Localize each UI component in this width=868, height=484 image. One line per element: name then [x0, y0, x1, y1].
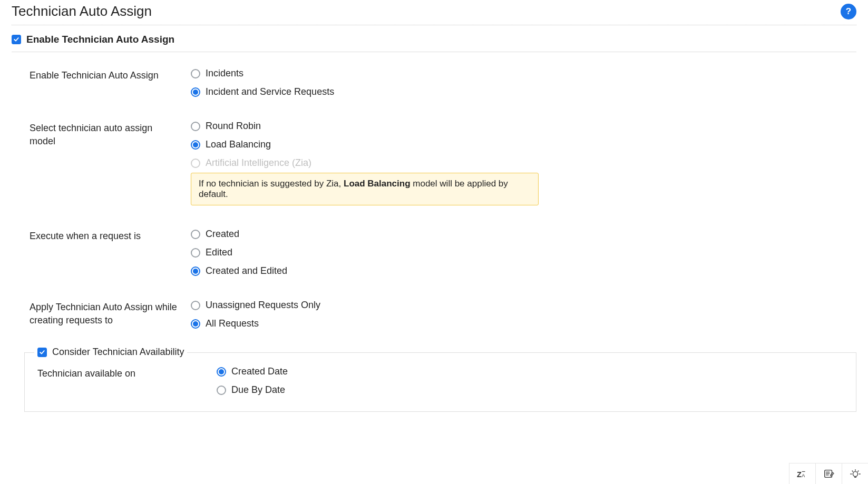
radio-label: Created and Edited — [206, 265, 287, 276]
field-options: Unassigned Requests OnlyAll Requests — [191, 300, 856, 329]
field-label: Enable Technician Auto Assign — [12, 68, 191, 82]
radio-input[interactable] — [191, 230, 200, 239]
apply-option[interactable]: All Requests — [191, 318, 856, 329]
radio-label: Edited — [206, 247, 232, 258]
field-options: IncidentsIncident and Service Requests — [191, 68, 856, 97]
help-button[interactable]: ? — [841, 4, 856, 19]
radio-input[interactable] — [191, 301, 200, 310]
field-label: Technician available on — [37, 366, 217, 380]
field-options: Created DateDue By Date — [217, 366, 843, 396]
availability-legend-label: Consider Technician Availability — [52, 347, 184, 358]
execute-option[interactable]: Created — [191, 229, 856, 240]
field-options: Round RobinLoad BalancingArtificial Inte… — [191, 121, 856, 205]
availability-fieldset: Consider Technician Availability Technic… — [24, 352, 856, 412]
field-label: Select technician auto assign model — [12, 121, 191, 148]
radio-label: Load Balancing — [206, 139, 271, 150]
radio-input[interactable] — [191, 319, 200, 329]
page-header: Technician Auto Assign ? — [12, 3, 856, 25]
radio-input[interactable] — [191, 140, 200, 150]
radio-input[interactable] — [191, 87, 200, 97]
execute-option[interactable]: Edited — [191, 247, 856, 258]
radio-label: All Requests — [206, 318, 259, 329]
field-execute: Execute when a request is CreatedEditedC… — [12, 229, 856, 276]
radio-input[interactable] — [191, 122, 200, 131]
info-box: If no technician is suggested by Zia, Lo… — [191, 173, 539, 205]
radio-label: Unassigned Requests Only — [206, 300, 320, 311]
scope-option[interactable]: Incidents — [191, 68, 856, 79]
radio-input[interactable] — [191, 266, 200, 276]
radio-label: Created Date — [231, 366, 288, 377]
radio-input[interactable] — [217, 367, 226, 377]
field-label: Apply Technician Auto Assign while creat… — [12, 300, 191, 327]
radio-input[interactable] — [217, 386, 226, 395]
field-label: Execute when a request is — [12, 229, 191, 243]
radio-label: Created — [206, 229, 239, 240]
radio-input[interactable] — [191, 248, 200, 258]
availability-option[interactable]: Due By Date — [217, 384, 843, 396]
page-title: Technician Auto Assign — [12, 3, 152, 19]
info-text-bold: Load Balancing — [344, 179, 411, 189]
enable-label: Enable Technician Auto Assign — [26, 34, 174, 45]
enable-checkbox[interactable] — [12, 35, 21, 44]
field-options: CreatedEditedCreated and Edited — [191, 229, 856, 276]
field-scope: Enable Technician Auto Assign IncidentsI… — [12, 68, 856, 97]
execute-option[interactable]: Created and Edited — [191, 265, 856, 276]
apply-option[interactable]: Unassigned Requests Only — [191, 300, 856, 311]
scope-option[interactable]: Incident and Service Requests — [191, 86, 856, 97]
model-option[interactable]: Round Robin — [191, 121, 856, 132]
radio-label: Due By Date — [231, 384, 285, 396]
enable-row: Enable Technician Auto Assign — [12, 25, 856, 52]
model-option[interactable]: Load Balancing — [191, 139, 856, 150]
form: Enable Technician Auto Assign IncidentsI… — [12, 52, 856, 412]
availability-option[interactable]: Created Date — [217, 366, 843, 377]
radio-label: Incident and Service Requests — [206, 86, 334, 97]
info-text-prefix: If no technician is suggested by Zia, — [199, 179, 344, 189]
help-icon: ? — [846, 6, 851, 17]
check-icon — [13, 36, 19, 43]
field-model: Select technician auto assign model Roun… — [12, 121, 856, 205]
model-option: Artificial Intelligence (Zia) — [191, 157, 856, 169]
availability-checkbox[interactable] — [37, 348, 47, 357]
field-apply: Apply Technician Auto Assign while creat… — [12, 300, 856, 329]
availability-legend: Consider Technician Availability — [34, 347, 187, 358]
radio-label: Artificial Intelligence (Zia) — [206, 157, 311, 169]
radio-label: Incidents — [206, 68, 243, 79]
radio-input[interactable] — [191, 69, 200, 78]
radio-label: Round Robin — [206, 121, 261, 132]
check-icon — [39, 349, 45, 355]
radio-input — [191, 159, 200, 168]
field-availability: Technician available on Created DateDue … — [37, 366, 843, 396]
